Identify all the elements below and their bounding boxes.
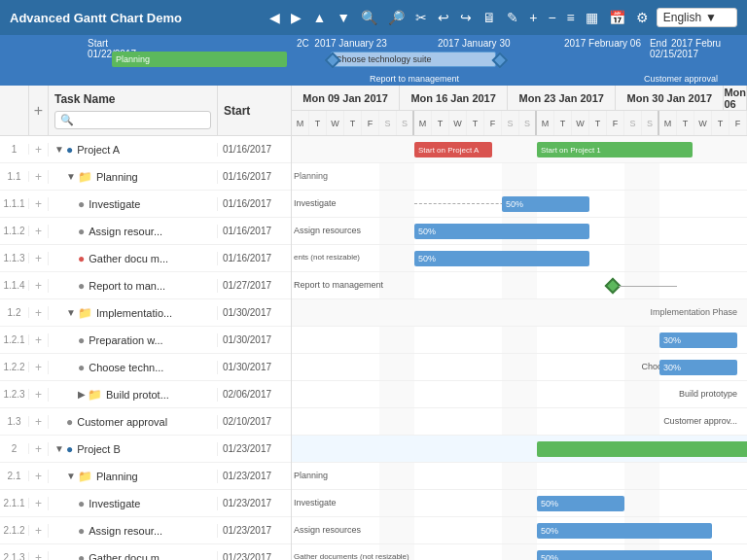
task-list: 1 + ▼ ● Project A 01/16/2017 1.1 + ▼ 📁 P… [0,136,291,560]
gantt-bar-tech[interactable]: 30% [659,360,737,375]
dropdown-arrow-icon: ▼ [705,11,717,24]
add-icon[interactable]: + [526,8,540,27]
row-add-button[interactable]: + [29,361,49,374]
row-add-button[interactable]: + [29,197,49,211]
row-add-button[interactable]: + [29,388,49,402]
row-number: 1.1.1 [0,198,29,209]
day-col: F [362,111,379,136]
cut-icon[interactable]: ✂ [412,8,430,27]
task-start-date: 01/16/2017 [218,144,291,155]
nav-next-icon[interactable]: ▶ [288,8,304,27]
row-add-button[interactable]: + [29,415,49,429]
zoom-out-icon[interactable]: 🔎 [385,8,408,27]
row-number: 1.2.2 [0,362,29,372]
expand-icon[interactable]: ▼ [66,471,76,481]
gantt-row: Investigate 50% [292,490,747,517]
column-headers: + Task Name 🔍 Start [0,86,291,136]
row-add-button[interactable]: + [29,470,49,483]
expand-icon[interactable]: ▶ [78,389,86,400]
overview-tech-bar[interactable]: Choose technology suite [331,52,496,67]
calendar-icon[interactable]: 📅 [606,8,628,27]
row-task-content: ● Gather docu m... [49,551,218,561]
undo-icon[interactable]: ↩ [435,8,452,27]
task-name-text: Planning [96,471,138,482]
folder-icon: 📁 [78,306,92,320]
task-name-text: Assign resour... [89,525,162,537]
gantt-row-label: Build prototype [679,389,737,399]
expand-icon[interactable]: ▼ [54,144,64,155]
folder-icon: 📁 [88,388,102,402]
day-col-weekend: S [397,111,414,136]
search-input[interactable] [77,114,205,125]
gantt-bar-assign[interactable]: 50% [414,224,589,239]
task-name-text: Report to man... [89,280,165,292]
day-col: M [659,111,677,136]
gantt-bar-investigate[interactable]: 50% [502,196,589,212]
gantt-row-label: Customer approv... [663,416,737,426]
nav-up-icon[interactable]: ▲ [309,8,329,27]
gantt-bar-project-a[interactable]: Start on Project A [414,142,492,158]
expand-icon[interactable]: ▼ [54,443,64,454]
gantt-panel: Mon 09 Jan 2017 Mon 16 Jan 2017 Mon 23 J… [292,86,747,560]
grid-icon[interactable]: ▦ [583,8,601,27]
day-col: W [694,111,712,136]
row-number: 1.1.3 [0,253,29,263]
gantt-bar-investigate-b[interactable]: 50% [537,496,624,511]
pencil-icon[interactable]: ✎ [504,8,521,27]
task-icon: ● [78,279,85,293]
monitor-icon[interactable]: 🖥 [480,8,499,27]
task-icon: ● [66,415,73,429]
timeline-label-1: 2C 2017 January 23 [297,38,387,49]
row-number: 2.1.1 [0,498,29,508]
row-add-button[interactable]: + [29,225,49,238]
row-add-button[interactable]: + [29,279,49,293]
gantt-row: Build prototype [292,381,747,408]
settings-icon[interactable]: ⚙ [633,8,652,27]
list-icon[interactable]: ≡ [564,8,578,27]
language-select[interactable]: English ▼ [657,8,737,27]
row-num-header [0,86,29,135]
gantt-bar-gather-b[interactable]: 50% [537,550,712,560]
row-task-content: ▼ 📁 Planning [49,170,218,184]
expand-icon[interactable]: ▼ [66,307,76,318]
task-name-text: Build protot... [106,389,169,401]
gantt-bar-gather[interactable]: 50% [414,251,589,266]
table-row: 2 + ▼ ● Project B 01/23/2017 [0,436,291,463]
nav-down-icon[interactable]: ▼ [334,8,353,27]
task-icon: ● [78,333,85,347]
row-add-button[interactable]: + [29,524,49,538]
row-task-content: ● Customer approval [49,415,218,429]
task-name-text: Customer approval [77,416,167,428]
row-task-content: ● Gather docu m... [49,252,218,265]
row-add-button[interactable]: + [29,306,49,320]
gantt-bar-project-a-2[interactable]: Start on Project 1 [537,142,693,158]
row-number: 1.1 [0,171,29,182]
gantt-bar-assign-b[interactable]: 50% [537,523,712,539]
row-add-button[interactable]: + [29,333,49,347]
gantt-bar-project-b[interactable] [537,441,747,457]
row-add-button[interactable]: + [29,170,49,184]
nav-prev-icon[interactable]: ◀ [267,8,283,27]
day-col: T [309,111,327,136]
row-add-button[interactable]: + [29,252,49,265]
table-row: 1.1.3 + ● Gather docu m... 01/16/2017 [0,245,291,272]
row-add-button[interactable]: + [29,551,49,561]
search-box[interactable]: 🔍 [54,111,211,129]
table-row: 1.1 + ▼ 📁 Planning 01/16/2017 [0,163,291,191]
row-task-content: ● Choose techn... [49,361,218,374]
gantt-bar-prep[interactable]: 30% [659,332,737,348]
add-task-header-button[interactable]: + [29,86,49,135]
row-add-button[interactable]: + [29,143,49,157]
row-add-button[interactable]: + [29,442,49,456]
minus-icon[interactable]: − [545,8,558,27]
overview-planning-bar[interactable]: Planning [112,52,287,67]
table-row: 2.1 + ▼ 📁 Planning 01/23/2017 [0,463,291,490]
row-number: 2.1.3 [0,552,29,560]
task-start-date: 01/16/2017 [218,226,291,236]
task-name-text: Investigate [89,198,140,210]
zoom-in-icon[interactable]: 🔍 [358,8,380,27]
redo-icon[interactable]: ↪ [457,8,475,27]
row-add-button[interactable]: + [29,497,49,510]
expand-icon[interactable]: ▼ [66,171,76,182]
gantt-row-label: Investigate [294,198,337,208]
